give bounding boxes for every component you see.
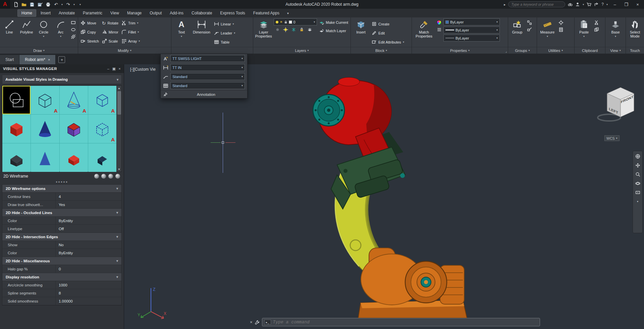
- lineweight-combo[interactable]: ByLayer ▾: [443, 26, 500, 34]
- help-search-input[interactable]: [508, 1, 565, 7]
- section-2d-hide-occluded[interactable]: 2D Hide - Occluded Lines▾: [2, 209, 121, 217]
- palette-close-icon[interactable]: ×: [118, 67, 121, 71]
- groups-panel-label[interactable]: Groups▾: [508, 47, 537, 54]
- close-button[interactable]: ×: [633, 1, 642, 8]
- tab-parametric[interactable]: Parametric: [79, 10, 106, 16]
- scale-button[interactable]: Scale: [101, 37, 119, 46]
- sign-in-dropdown[interactable]: ▾: [583, 3, 584, 6]
- pan-icon[interactable]: [634, 162, 641, 168]
- minimize-button[interactable]: –: [610, 1, 619, 8]
- orbit-icon[interactable]: [634, 180, 641, 186]
- view-panel-label[interactable]: View▾: [605, 47, 626, 54]
- select-mode-button[interactable]: Select Mode: [627, 18, 643, 38]
- polyline-button[interactable]: Polyline: [18, 18, 35, 34]
- style-thumb-hidden-box[interactable]: A: [88, 86, 116, 114]
- viewcube[interactable]: LEFT FRONT: [596, 83, 640, 125]
- edit-attributes-button[interactable]: Edit Attributes▾: [371, 38, 405, 47]
- command-input[interactable]: [273, 320, 538, 325]
- tab-add-ins[interactable]: Add-ins: [166, 10, 187, 16]
- object-color-combo[interactable]: ByLayer ▾: [443, 18, 500, 25]
- base-view-button[interactable]: Base ▾: [607, 18, 624, 39]
- show-motion-icon[interactable]: [634, 189, 641, 195]
- styles-scrollbar[interactable]: ▲ ▼: [116, 86, 121, 172]
- mirror-button[interactable]: Mirror: [101, 27, 119, 37]
- scrollbar-thumb[interactable]: [117, 91, 121, 115]
- quick-calc-icon[interactable]: [557, 26, 564, 32]
- tab-view[interactable]: View: [107, 10, 123, 16]
- flyout-panel-label[interactable]: Annotation: [168, 92, 245, 96]
- table-style-combo[interactable]: Standard▾: [170, 82, 245, 89]
- file-tab-start[interactable]: Start: [0, 55, 19, 64]
- circle-button[interactable]: Circle ▾: [36, 18, 52, 39]
- ribbon-collapse-caret[interactable]: ▾: [287, 11, 289, 15]
- search-binoculars-icon[interactable]: [568, 2, 573, 7]
- id-point-icon[interactable]: [557, 19, 564, 25]
- tab-manage[interactable]: Manage: [123, 10, 145, 16]
- leader-button[interactable]: Leader▾: [213, 28, 236, 38]
- rectangle-tool-icon[interactable]: [70, 19, 76, 25]
- layer-freeze-icon[interactable]: [290, 26, 297, 32]
- match-layer-button[interactable]: Match Layer: [318, 27, 349, 35]
- layer-isolate-icon[interactable]: [282, 26, 289, 32]
- group-button[interactable]: Group: [509, 18, 525, 34]
- rotate-button[interactable]: ↻Rotate: [101, 18, 119, 27]
- redo-dropdown[interactable]: ▾: [72, 1, 76, 8]
- tab-output[interactable]: Output: [146, 10, 165, 16]
- linear-dimension-button[interactable]: Linear▾: [213, 19, 236, 28]
- apply-style-icon[interactable]: [101, 174, 106, 179]
- sign-in-user-icon[interactable]: [575, 2, 580, 7]
- layer-lock-toggle-icon[interactable]: [299, 26, 305, 32]
- layer-select-combo[interactable]: ☀ 0 ▾: [274, 18, 317, 25]
- tab-annotate[interactable]: Annotate: [55, 10, 78, 16]
- table-button[interactable]: Table: [213, 38, 236, 47]
- new-file-button[interactable]: [12, 1, 19, 8]
- delete-style-icon[interactable]: [115, 174, 120, 179]
- properties-list-icon[interactable]: [436, 26, 442, 32]
- hatch-tool-icon[interactable]: [70, 34, 76, 40]
- redo-button[interactable]: ↷: [64, 1, 72, 8]
- robot-arm-model[interactable]: [168, 64, 470, 329]
- save-button[interactable]: [28, 1, 36, 8]
- insert-block-button[interactable]: Insert: [352, 18, 370, 34]
- scroll-down-icon[interactable]: ▼: [118, 167, 120, 172]
- help-icon[interactable]: ?: [601, 2, 604, 7]
- paste-button[interactable]: Paste ▾: [576, 18, 592, 39]
- block-panel-label[interactable]: Block▾: [351, 47, 412, 54]
- autocad-logo[interactable]: A: [0, 0, 10, 9]
- style-thumb-realistic-cube[interactable]: [2, 115, 31, 143]
- section-2d-hide-misc[interactable]: 2D Hide - Miscellaneous▾: [2, 257, 121, 265]
- style-thumb-wireframe[interactable]: A: [31, 86, 59, 114]
- palette-titlebar[interactable]: VISUAL STYLES MANAGER – ▣ ×: [0, 64, 124, 73]
- available-styles-header[interactable]: Available Visual Styles in Drawing ▾: [2, 75, 122, 84]
- multileader-style-combo[interactable]: Standard▾: [170, 73, 245, 80]
- layer-off-icon[interactable]: [274, 26, 281, 32]
- undo-dropdown[interactable]: ▾: [60, 1, 64, 8]
- create-style-icon[interactable]: [94, 174, 99, 179]
- tab-express-tools[interactable]: Express Tools: [216, 10, 249, 16]
- utilities-panel-label[interactable]: Utilities▾: [537, 47, 574, 54]
- dialog-launcher-icon[interactable]: ⌟: [505, 50, 507, 53]
- clipboard-panel-label[interactable]: Clipboard: [575, 47, 605, 54]
- match-properties-button[interactable]: Match Properties: [413, 18, 435, 38]
- layer-walk-icon[interactable]: [307, 26, 313, 32]
- tab-insert[interactable]: Insert: [37, 10, 54, 16]
- style-thumb-dark[interactable]: [88, 143, 116, 172]
- new-tab-button[interactable]: +: [58, 56, 65, 63]
- command-input-field[interactable]: ▸_: [262, 318, 540, 326]
- copy-button[interactable]: Copy: [79, 27, 100, 37]
- close-command-icon[interactable]: ×: [250, 320, 253, 325]
- navbar-more-chevron-icon[interactable]: ▾: [634, 198, 641, 204]
- tab-home[interactable]: Home: [17, 9, 36, 17]
- palette-drag-handle[interactable]: ●●●●●: [0, 181, 124, 184]
- linetype-combo[interactable]: ByLayer ▾: [443, 35, 500, 42]
- annotation-panel-label[interactable]: [171, 47, 253, 54]
- search-expand-chevron-icon[interactable]: ▸: [504, 3, 505, 6]
- style-thumb-xray-cone[interactable]: [31, 143, 59, 172]
- pin-panel-icon[interactable]: [163, 92, 168, 96]
- stretch-button[interactable]: Stretch: [79, 37, 100, 46]
- open-file-button[interactable]: [20, 1, 28, 8]
- section-2d-hide-intersection[interactable]: 2D Hide - Intersection Edges▾: [2, 233, 121, 241]
- draw-panel-label[interactable]: Draw▾: [0, 47, 78, 54]
- restore-button[interactable]: ❐: [622, 1, 631, 8]
- viewport-controls-label[interactable]: [-][Custom Vie: [130, 67, 156, 72]
